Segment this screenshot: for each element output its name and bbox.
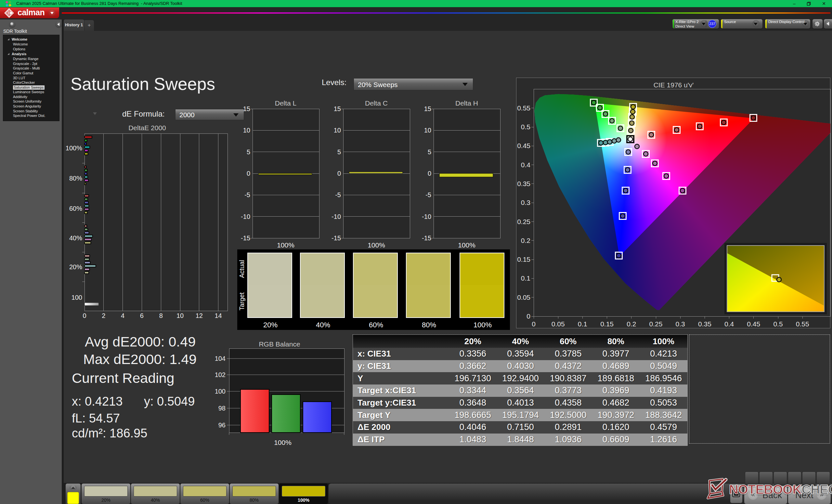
svg-text:104: 104 (215, 355, 226, 362)
svg-text:8: 8 (159, 312, 163, 319)
svg-text:0.05: 0.05 (517, 293, 530, 301)
svg-text:0.55: 0.55 (517, 104, 530, 112)
svg-text:0.25: 0.25 (517, 218, 530, 225)
svg-text:10: 10 (334, 127, 341, 134)
svg-text:6: 6 (140, 312, 144, 319)
svg-text:10: 10 (424, 127, 431, 134)
svg-text:100: 100 (72, 294, 82, 301)
svg-text:0.15: 0.15 (600, 320, 614, 328)
svg-text:-5: -5 (244, 191, 250, 198)
svg-text:10: 10 (177, 312, 184, 319)
svg-text:80%: 80% (69, 175, 82, 182)
svg-text:0.35: 0.35 (698, 320, 711, 328)
svg-text:60%: 60% (69, 205, 82, 212)
svg-text:0.05: 0.05 (551, 320, 565, 328)
svg-text:0.4: 0.4 (521, 161, 531, 169)
svg-text:0: 0 (337, 170, 341, 177)
svg-text:0.2: 0.2 (627, 320, 636, 328)
svg-text:0.15: 0.15 (517, 256, 530, 263)
svg-text:-15: -15 (422, 234, 431, 242)
svg-text:0.5: 0.5 (521, 123, 530, 131)
svg-text:-10: -10 (422, 213, 431, 220)
svg-text:15: 15 (334, 105, 341, 112)
svg-text:15: 15 (243, 105, 250, 112)
svg-text:100%: 100% (368, 241, 385, 249)
svg-text:-15: -15 (332, 234, 341, 242)
svg-text:0.3: 0.3 (521, 199, 530, 206)
svg-text:0.2: 0.2 (521, 237, 530, 244)
svg-text:102: 102 (215, 371, 226, 378)
svg-text:40%: 40% (69, 234, 82, 242)
svg-text:4: 4 (121, 312, 125, 319)
svg-text:14: 14 (214, 312, 222, 319)
svg-text:98: 98 (218, 404, 226, 412)
svg-text:100%: 100% (458, 241, 475, 249)
svg-text:Delta C: Delta C (365, 100, 388, 107)
svg-text:5: 5 (247, 148, 250, 156)
svg-text:5: 5 (428, 148, 431, 156)
svg-text:0.35: 0.35 (517, 180, 530, 187)
svg-text:0: 0 (532, 320, 536, 328)
svg-text:DeltaE 2000: DeltaE 2000 (128, 124, 166, 132)
svg-text:0.45: 0.45 (747, 320, 760, 328)
svg-text:100: 100 (215, 388, 226, 395)
svg-text:Delta H: Delta H (455, 100, 478, 107)
svg-text:0.55: 0.55 (796, 320, 809, 328)
svg-text:0: 0 (82, 312, 86, 319)
svg-text:-10: -10 (241, 213, 250, 220)
svg-text:0.3: 0.3 (676, 320, 685, 328)
svg-text:-5: -5 (425, 191, 431, 198)
svg-text:2: 2 (102, 312, 105, 319)
svg-text:100%: 100% (274, 439, 291, 446)
svg-text:0.25: 0.25 (649, 320, 663, 328)
svg-text:10: 10 (243, 127, 250, 134)
svg-text:5: 5 (337, 148, 341, 156)
svg-text:0: 0 (526, 312, 530, 320)
svg-text:0.45: 0.45 (517, 142, 530, 149)
svg-text:0: 0 (428, 170, 431, 177)
svg-text:0.1: 0.1 (578, 320, 587, 328)
svg-text:0.4: 0.4 (724, 320, 734, 328)
svg-text:0.5: 0.5 (773, 320, 783, 328)
svg-text:-5: -5 (335, 191, 341, 198)
svg-text:RGB Balance: RGB Balance (259, 340, 300, 348)
svg-text:12: 12 (196, 312, 203, 319)
svg-text:100%: 100% (66, 144, 82, 152)
svg-text:20%: 20% (69, 263, 82, 271)
svg-text:-10: -10 (332, 213, 341, 220)
svg-text:96: 96 (218, 421, 226, 429)
svg-text:15: 15 (424, 105, 431, 112)
svg-text:Delta L: Delta L (275, 100, 297, 107)
svg-text:0: 0 (247, 170, 250, 177)
svg-text:-15: -15 (241, 234, 250, 242)
svg-text:0.1: 0.1 (521, 274, 530, 282)
svg-text:100%: 100% (277, 241, 294, 249)
